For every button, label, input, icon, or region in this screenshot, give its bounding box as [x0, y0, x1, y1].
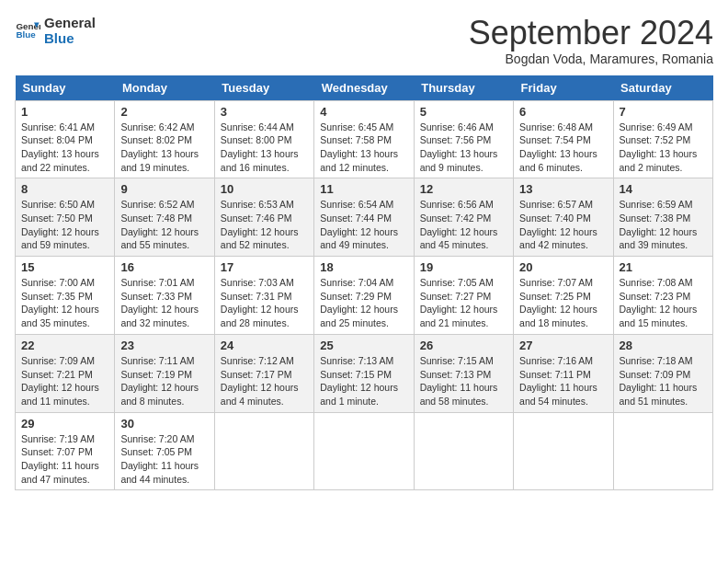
- day-info: Sunrise: 7:13 AM Sunset: 7:15 PM Dayligh…: [320, 354, 407, 408]
- day-number: 15: [21, 260, 108, 274]
- svg-text:Blue: Blue: [16, 29, 36, 40]
- day-cell: 13Sunrise: 6:57 AM Sunset: 7:40 PM Dayli…: [514, 178, 613, 257]
- day-cell: [514, 412, 613, 490]
- day-cell: 4Sunrise: 6:45 AM Sunset: 7:58 PM Daylig…: [314, 100, 414, 178]
- logo-line2: Blue: [44, 30, 96, 46]
- day-number: 6: [519, 105, 607, 119]
- day-number: 30: [120, 417, 208, 431]
- day-cell: [314, 412, 414, 490]
- day-number: 28: [620, 339, 707, 352]
- day-cell: 30Sunrise: 7:20 AM Sunset: 7:05 PM Dayli…: [115, 412, 214, 490]
- calendar-title: September 2024: [469, 15, 713, 52]
- day-cell: [414, 412, 513, 490]
- logo-line1: General: [44, 15, 96, 30]
- day-number: 13: [519, 182, 607, 196]
- day-info: Sunrise: 7:20 AM Sunset: 7:05 PM Dayligh…: [120, 432, 208, 487]
- day-info: Sunrise: 7:19 AM Sunset: 7:07 PM Dayligh…: [21, 432, 108, 487]
- day-cell: 5Sunrise: 6:46 AM Sunset: 7:56 PM Daylig…: [414, 100, 513, 178]
- day-info: Sunrise: 7:05 AM Sunset: 7:27 PM Dayligh…: [420, 276, 507, 330]
- day-info: Sunrise: 7:11 AM Sunset: 7:19 PM Dayligh…: [120, 354, 208, 408]
- day-cell: 9Sunrise: 6:52 AM Sunset: 7:48 PM Daylig…: [115, 178, 214, 257]
- day-info: Sunrise: 6:50 AM Sunset: 7:50 PM Dayligh…: [21, 198, 108, 252]
- weekday-monday: Monday: [115, 75, 214, 101]
- day-number: 23: [120, 339, 208, 352]
- day-cell: 23Sunrise: 7:11 AM Sunset: 7:19 PM Dayli…: [115, 334, 214, 412]
- day-number: 7: [620, 105, 707, 119]
- calendar-subtitle: Bogdan Voda, Maramures, Romania: [469, 52, 713, 66]
- week-row-3: 15Sunrise: 7:00 AM Sunset: 7:35 PM Dayli…: [16, 257, 713, 335]
- day-number: 11: [320, 182, 407, 196]
- day-cell: 10Sunrise: 6:53 AM Sunset: 7:46 PM Dayli…: [214, 178, 313, 257]
- day-cell: 11Sunrise: 6:54 AM Sunset: 7:44 PM Dayli…: [314, 178, 414, 257]
- day-info: Sunrise: 6:46 AM Sunset: 7:56 PM Dayligh…: [420, 121, 507, 175]
- day-info: Sunrise: 6:56 AM Sunset: 7:42 PM Dayligh…: [420, 198, 507, 252]
- week-row-2: 8Sunrise: 6:50 AM Sunset: 7:50 PM Daylig…: [16, 178, 713, 257]
- day-number: 18: [320, 260, 407, 274]
- day-cell: 19Sunrise: 7:05 AM Sunset: 7:27 PM Dayli…: [414, 257, 513, 335]
- day-cell: 2Sunrise: 6:42 AM Sunset: 8:02 PM Daylig…: [115, 100, 214, 178]
- day-cell: 25Sunrise: 7:13 AM Sunset: 7:15 PM Dayli…: [314, 334, 414, 412]
- day-number: 9: [120, 182, 208, 196]
- day-number: 1: [21, 105, 108, 119]
- day-info: Sunrise: 6:57 AM Sunset: 7:40 PM Dayligh…: [519, 198, 607, 252]
- day-info: Sunrise: 6:53 AM Sunset: 7:46 PM Dayligh…: [221, 198, 308, 252]
- day-cell: 17Sunrise: 7:03 AM Sunset: 7:31 PM Dayli…: [214, 257, 313, 335]
- day-info: Sunrise: 6:42 AM Sunset: 8:02 PM Dayligh…: [120, 121, 208, 175]
- day-info: Sunrise: 6:45 AM Sunset: 7:58 PM Dayligh…: [320, 121, 407, 175]
- day-number: 27: [519, 339, 607, 352]
- day-cell: 22Sunrise: 7:09 AM Sunset: 7:21 PM Dayli…: [16, 334, 115, 412]
- day-info: Sunrise: 6:52 AM Sunset: 7:48 PM Dayligh…: [120, 198, 208, 252]
- day-cell: 7Sunrise: 6:49 AM Sunset: 7:52 PM Daylig…: [613, 100, 712, 178]
- weekday-thursday: Thursday: [414, 75, 513, 101]
- logo-icon: General Blue: [15, 17, 40, 43]
- day-cell: 8Sunrise: 6:50 AM Sunset: 7:50 PM Daylig…: [16, 178, 115, 257]
- day-number: 24: [221, 339, 308, 352]
- day-cell: 26Sunrise: 7:15 AM Sunset: 7:13 PM Dayli…: [414, 334, 513, 412]
- day-number: 5: [420, 105, 507, 119]
- day-cell: 20Sunrise: 7:07 AM Sunset: 7:25 PM Dayli…: [514, 257, 613, 335]
- weekday-friday: Friday: [514, 75, 613, 101]
- day-cell: 1Sunrise: 6:41 AM Sunset: 8:04 PM Daylig…: [16, 100, 115, 178]
- day-info: Sunrise: 6:59 AM Sunset: 7:38 PM Dayligh…: [620, 198, 707, 252]
- day-number: 3: [221, 105, 308, 119]
- day-info: Sunrise: 7:18 AM Sunset: 7:09 PM Dayligh…: [620, 354, 707, 408]
- day-number: 21: [620, 260, 707, 274]
- day-info: Sunrise: 6:41 AM Sunset: 8:04 PM Dayligh…: [21, 121, 108, 175]
- day-number: 26: [420, 339, 507, 352]
- day-number: 14: [620, 182, 707, 196]
- day-info: Sunrise: 7:03 AM Sunset: 7:31 PM Dayligh…: [221, 276, 308, 330]
- day-info: Sunrise: 7:04 AM Sunset: 7:29 PM Dayligh…: [320, 276, 407, 330]
- day-number: 4: [320, 105, 407, 119]
- day-number: 10: [221, 182, 308, 196]
- day-info: Sunrise: 7:07 AM Sunset: 7:25 PM Dayligh…: [519, 276, 607, 330]
- title-area: September 2024 Bogdan Voda, Maramures, R…: [469, 15, 713, 66]
- day-number: 16: [120, 260, 208, 274]
- day-number: 19: [420, 260, 507, 274]
- day-cell: 15Sunrise: 7:00 AM Sunset: 7:35 PM Dayli…: [16, 257, 115, 335]
- weekday-sunday: Sunday: [16, 75, 115, 101]
- week-row-4: 22Sunrise: 7:09 AM Sunset: 7:21 PM Dayli…: [16, 334, 713, 412]
- day-cell: 27Sunrise: 7:16 AM Sunset: 7:11 PM Dayli…: [514, 334, 613, 412]
- weekday-tuesday: Tuesday: [214, 75, 313, 101]
- day-cell: [214, 412, 313, 490]
- day-cell: 14Sunrise: 6:59 AM Sunset: 7:38 PM Dayli…: [613, 178, 712, 257]
- weekday-saturday: Saturday: [613, 75, 712, 101]
- day-number: 8: [21, 182, 108, 196]
- day-info: Sunrise: 6:44 AM Sunset: 8:00 PM Dayligh…: [221, 121, 308, 175]
- day-info: Sunrise: 7:00 AM Sunset: 7:35 PM Dayligh…: [21, 276, 108, 330]
- day-info: Sunrise: 7:16 AM Sunset: 7:11 PM Dayligh…: [519, 354, 607, 408]
- calendar-table: SundayMondayTuesdayWednesdayThursdayFrid…: [15, 75, 713, 491]
- day-info: Sunrise: 7:12 AM Sunset: 7:17 PM Dayligh…: [221, 354, 308, 408]
- day-cell: 18Sunrise: 7:04 AM Sunset: 7:29 PM Dayli…: [314, 257, 414, 335]
- day-number: 22: [21, 339, 108, 352]
- day-number: 12: [420, 182, 507, 196]
- day-number: 2: [120, 105, 208, 119]
- day-info: Sunrise: 7:09 AM Sunset: 7:21 PM Dayligh…: [21, 354, 108, 408]
- weekday-header-row: SundayMondayTuesdayWednesdayThursdayFrid…: [16, 75, 713, 101]
- day-number: 29: [21, 417, 108, 431]
- day-cell: 3Sunrise: 6:44 AM Sunset: 8:00 PM Daylig…: [214, 100, 313, 178]
- day-cell: 21Sunrise: 7:08 AM Sunset: 7:23 PM Dayli…: [613, 257, 712, 335]
- day-cell: 6Sunrise: 6:48 AM Sunset: 7:54 PM Daylig…: [514, 100, 613, 178]
- week-row-5: 29Sunrise: 7:19 AM Sunset: 7:07 PM Dayli…: [16, 412, 713, 490]
- weekday-wednesday: Wednesday: [314, 75, 414, 101]
